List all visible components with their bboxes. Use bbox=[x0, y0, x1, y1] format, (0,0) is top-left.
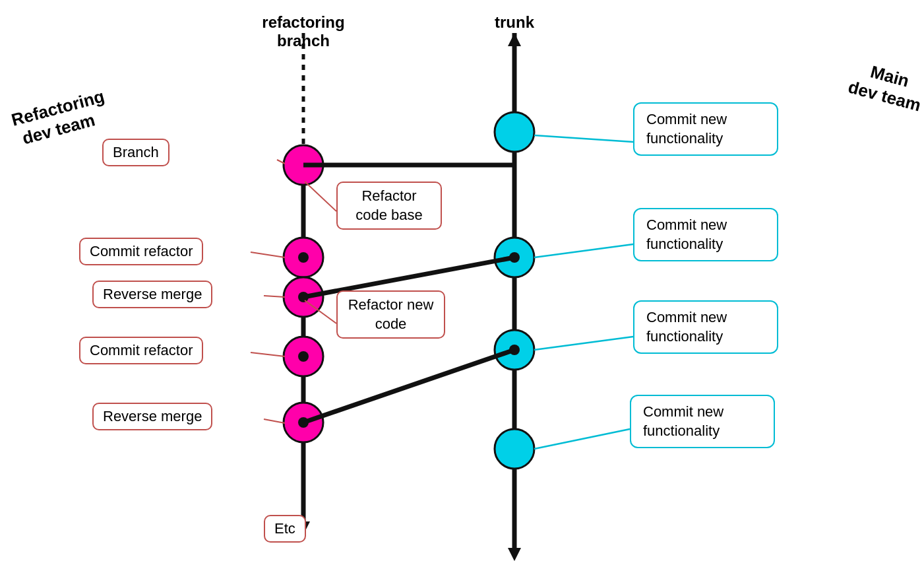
svg-point-23 bbox=[509, 345, 520, 355]
commit-new-1-label: Commit new functionality bbox=[633, 102, 778, 156]
svg-marker-4 bbox=[508, 548, 521, 561]
etc-label: Etc bbox=[264, 515, 306, 543]
refactoring-branch-label: refactoring branch bbox=[251, 13, 356, 50]
svg-point-8 bbox=[495, 112, 534, 152]
commit-new-3-label: Commit new functionality bbox=[633, 300, 778, 354]
svg-point-21 bbox=[298, 417, 309, 428]
commit-refactor-2-label: Commit refactor bbox=[79, 337, 203, 364]
svg-marker-5 bbox=[508, 33, 521, 46]
reverse-merge-1-label: Reverse merge bbox=[92, 281, 212, 308]
branch-label: Branch bbox=[102, 139, 169, 166]
svg-point-22 bbox=[509, 252, 520, 263]
svg-point-11 bbox=[495, 429, 534, 469]
svg-point-19 bbox=[298, 292, 309, 302]
svg-point-18 bbox=[298, 252, 309, 263]
commit-new-2-label: Commit new functionality bbox=[633, 208, 778, 261]
refactor-new-code-label: Refactor newcode bbox=[336, 290, 445, 339]
reverse-merge-2-label: Reverse merge bbox=[92, 403, 212, 430]
commit-refactor-1-label: Commit refactor bbox=[79, 238, 203, 265]
svg-line-17 bbox=[303, 350, 514, 422]
refactor-code-base-label: Refactorcode base bbox=[336, 182, 442, 230]
commit-new-4-label: Commit new functionality bbox=[630, 395, 775, 448]
svg-point-20 bbox=[298, 351, 309, 362]
trunk-label: trunk bbox=[475, 13, 554, 32]
